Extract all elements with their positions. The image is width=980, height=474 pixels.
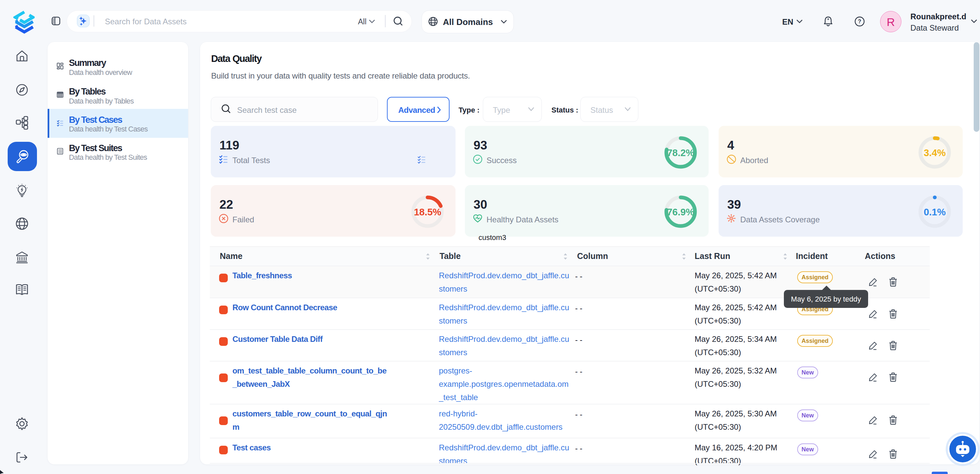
svg-text:?: ? — [858, 19, 861, 24]
